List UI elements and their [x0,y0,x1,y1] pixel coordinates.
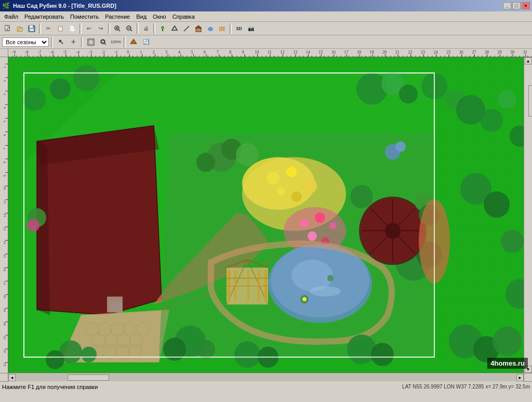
navigate-button[interactable] [128,37,139,47]
svg-point-126 [484,191,510,218]
svg-point-124 [81,346,97,362]
status-coords: LAT N55 26.9997 LON W37 7.2285 x= 27.9m … [402,384,530,390]
pointer-tool[interactable]: ↖ [55,37,66,47]
svg-point-98 [310,286,341,296]
svg-point-72 [300,219,309,227]
menu-edit[interactable]: Редактировать [21,12,67,21]
svg-point-67 [286,166,297,177]
scroll-thumb-v[interactable] [528,85,533,116]
svg-marker-18 [195,25,202,28]
print-button[interactable]: 🖨 [140,23,152,34]
paste-button[interactable]: 📄 [66,23,78,34]
svg-point-36 [399,85,418,103]
title-buttons[interactable]: _ □ × [503,2,530,9]
3d-view-button[interactable]: 3D [233,23,245,34]
save-button[interactable] [26,23,37,34]
plant-tool[interactable] [157,23,168,34]
open-button[interactable] [14,23,25,34]
svg-line-12 [130,30,132,31]
svg-point-80 [196,153,215,172]
svg-point-40 [480,109,503,132]
zoom-out-button[interactable] [124,23,135,34]
zoom-fit-button[interactable] [85,37,97,47]
scroll-track-h[interactable] [16,374,516,381]
horizontal-scrollbar[interactable]: ◄ ► [8,373,524,382]
cross-tool[interactable]: ✛ [68,37,79,47]
svg-point-13 [161,26,164,29]
svg-point-68 [302,179,317,193]
svg-point-121 [27,219,39,232]
svg-point-118 [347,334,376,364]
sep3 [108,23,110,34]
area-tool[interactable] [169,23,180,34]
svg-point-100 [327,275,334,281]
svg-point-79 [236,143,259,166]
ruler-row [0,49,532,57]
undo-button[interactable]: ↩ [83,23,95,34]
svg-rect-50 [110,302,123,312]
menu-window[interactable]: Окно [150,12,169,21]
svg-rect-5 [30,29,34,31]
zoom-in-button[interactable] [112,23,123,34]
svg-point-123 [46,350,64,369]
minimize-button[interactable]: _ [503,2,511,9]
svg-point-43 [73,65,99,92]
sep7 [81,37,83,47]
top-ruler [8,49,532,57]
copy-button[interactable]: 📋 [55,23,66,34]
building-tool[interactable] [193,23,204,34]
menu-plant[interactable]: Растение [102,12,133,21]
zoom-window-button[interactable] [98,37,109,47]
close-button[interactable]: × [522,2,530,9]
sep2 [79,23,82,34]
status-bar: Нажмите F1 для получения справки LAT N55… [0,381,532,392]
title-bar: 🌿 Наш Сад Рубин 9.0 - [Title_RUS.GRD] _ … [0,0,532,11]
zoom-percent-button[interactable]: 100% [110,37,122,47]
svg-point-41 [498,90,516,109]
toolbar-main: ✂ 📋 📄 ↩ ↪ 🖨 3D 📷 [0,22,532,35]
refresh-button[interactable]: 🔄 [140,37,152,47]
scroll-left-button[interactable]: ◄ [8,374,16,381]
svg-line-9 [118,30,120,31]
menu-place[interactable]: Поместить [67,12,102,21]
scroll-right-button[interactable]: ► [516,374,524,381]
vertical-scrollbar[interactable]: ▲ ▼ [524,57,532,373]
svg-rect-24 [219,29,225,30]
season-select[interactable]: Все сезоны Весна Лето Осень Зима [2,37,49,47]
svg-point-116 [234,341,260,368]
fence-tool[interactable] [217,23,228,34]
watermark: 4homes.ru [487,358,528,369]
svg-point-119 [371,343,394,366]
line-tool[interactable] [181,23,192,34]
svg-point-127 [501,230,524,253]
app-icon: 🌿 [2,2,10,9]
new-button[interactable] [2,23,14,34]
svg-point-115 [196,340,215,358]
menu-view[interactable]: Вид [133,12,150,21]
photo-button[interactable]: 📷 [245,23,257,34]
svg-point-108 [385,223,401,239]
menu-bar: Файл Редактировать Поместить Растение Ви… [0,11,532,22]
svg-line-28 [104,43,106,45]
menu-help[interactable]: Справка [169,12,198,21]
maximize-button[interactable]: □ [512,2,521,9]
svg-point-75 [308,231,317,241]
svg-point-66 [267,172,280,185]
redo-button[interactable]: ↪ [95,23,107,34]
svg-rect-29 [101,41,104,43]
water-tool[interactable] [205,23,216,34]
sep6 [230,23,232,34]
menu-file[interactable]: Файл [1,12,21,21]
window-title: Наш Сад Рубин 9.0 - [Title_RUS.GRD] [10,3,503,9]
svg-rect-4 [30,25,33,28]
scroll-up-button[interactable]: ▲ [525,57,532,64]
garden-canvas-area[interactable]: 4homes.ru ▲ ▼ [8,57,532,373]
svg-point-44 [50,78,71,99]
scroll-thumb-h[interactable] [68,374,109,381]
svg-point-133 [395,141,406,152]
svg-rect-26 [89,40,93,44]
svg-rect-23 [219,27,225,28]
cut-button[interactable]: ✂ [43,23,54,34]
svg-point-70 [277,187,285,196]
sep5 [153,23,155,34]
